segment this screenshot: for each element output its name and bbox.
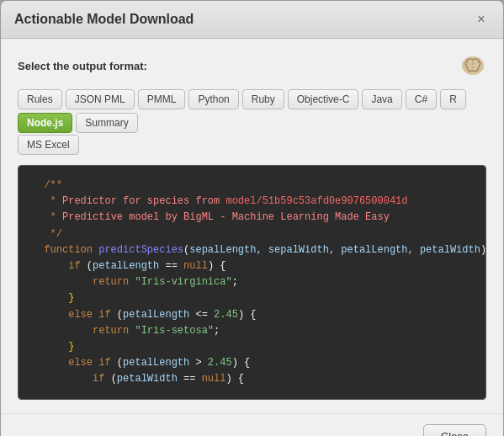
code-line: else if (petalLength > 2.45) {: [32, 355, 472, 371]
tab-json-pml[interactable]: JSON PML: [66, 89, 135, 109]
tab-java[interactable]: Java: [362, 89, 401, 109]
tab-objective-c[interactable]: Objective-C: [288, 89, 359, 109]
tab-msexcel[interactable]: MS Excel: [18, 135, 79, 155]
brain-icon: [459, 52, 486, 79]
dialog-title: Actionable Model Download: [14, 12, 194, 27]
tab-rules[interactable]: Rules: [18, 89, 62, 109]
close-x-button[interactable]: ×: [473, 11, 490, 28]
tab-pmml[interactable]: PMML: [138, 89, 186, 109]
code-line: if (petalLength == null) {: [32, 258, 472, 274]
format-label: Select the output format:: [18, 60, 147, 72]
tab-python[interactable]: Python: [188, 89, 238, 109]
code-line: function predictSpecies(sepalLength, sep…: [32, 242, 472, 258]
format-tabs-container: Rules JSON PML PMML Python Ruby Objectiv…: [18, 89, 486, 155]
code-line: /**: [32, 178, 472, 194]
code-line: else if (petalLength <= 2.45) {: [32, 307, 472, 323]
code-area[interactable]: /** * Predictor for species from model/5…: [18, 165, 486, 400]
dialog-footer: Close: [1, 413, 503, 436]
dialog: Actionable Model Download × Select the o…: [0, 0, 504, 436]
code-line: }: [32, 290, 472, 306]
code-line: */: [32, 226, 472, 242]
format-tabs-row1: Rules JSON PML PMML Python Ruby Objectiv…: [18, 89, 486, 133]
dialog-body: Select the output format: Rules JSON PML…: [1, 39, 503, 413]
tab-ruby[interactable]: Ruby: [242, 89, 284, 109]
format-label-row: Select the output format:: [18, 52, 486, 79]
code-line: * Predictor for species from model/51b59…: [32, 194, 472, 210]
code-line: if (petalWidth == null) {: [32, 371, 472, 387]
code-line: }: [32, 339, 472, 355]
close-button[interactable]: Close: [423, 424, 486, 436]
code-line: return "Iris-setosa";: [32, 323, 472, 339]
code-line: return "Iris-virginica";: [32, 274, 472, 290]
tab-r[interactable]: R: [440, 89, 466, 109]
code-line: * Predictive model by BigML - Machine Le…: [32, 210, 472, 226]
tab-summary[interactable]: Summary: [76, 113, 137, 133]
format-tabs-row2: MS Excel: [18, 135, 486, 155]
tab-nodejs[interactable]: Node.js: [18, 113, 72, 133]
tab-csharp[interactable]: C#: [406, 89, 437, 109]
dialog-header: Actionable Model Download ×: [1, 1, 503, 39]
